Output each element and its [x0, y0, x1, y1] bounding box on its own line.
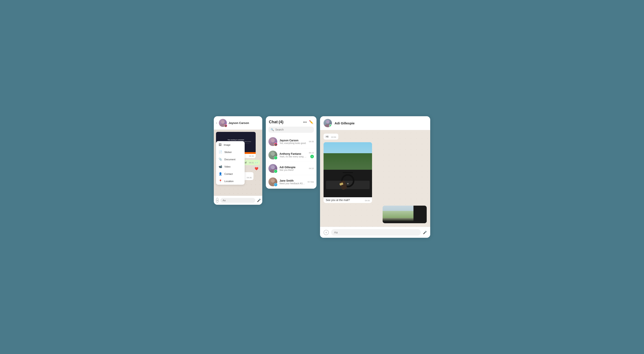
adi-meta: 04:10 [309, 167, 314, 170]
jane-platform-badge: ✈ [274, 183, 278, 186]
anthony-unread-badge: 1 [310, 155, 314, 158]
svg-point-4 [271, 152, 275, 156]
menu-label-sticker: Sticker [224, 151, 232, 154]
document-icon: 📎 [219, 158, 222, 161]
back-button[interactable]: ‹ [216, 121, 217, 125]
middle-panel: Chat (4) ••• ✏️ 🔍 [266, 116, 316, 189]
menu-item-contact[interactable]: 👤 Contact [216, 170, 245, 177]
adi-name: Adi Gillespie [280, 166, 306, 169]
middle-header: Chat (4) ••• ✏️ [266, 116, 316, 127]
chat-item-adi[interactable]: ✓ Adi Gillespie See you there! 04:10 [266, 162, 316, 175]
jane-time: 02 Sep [308, 181, 314, 183]
anthony-avatar-wrapper: ✓ [268, 151, 277, 159]
svg-point-6 [271, 165, 275, 169]
double-check-icon: ✓✓ [255, 162, 258, 164]
left-message-input[interactable] [220, 198, 255, 203]
chat-title-group: Chat (4) [269, 120, 284, 124]
anthony-preview: Yeah, it's like every song is a w... [280, 156, 306, 158]
adi-avatar-wrapper: ✓ [268, 164, 277, 173]
received-image-message: ★ See you at the mall? 04:00 [324, 142, 372, 203]
svg-point-0 [221, 120, 224, 124]
right-attach-button[interactable]: + [324, 230, 329, 235]
video-icon: 📹 [219, 165, 222, 168]
menu-item-location[interactable]: 📍 Location [216, 177, 245, 185]
svg-point-2 [271, 139, 275, 143]
jayson-avatar-wrapper: 📷 [268, 137, 277, 146]
attach-button[interactable]: + [216, 198, 219, 203]
anthony-name: Anthony Fantano [280, 152, 306, 156]
jayson-info: Jayson Carson Yes, everything looks good… [280, 139, 306, 144]
received-time-1: 09:35 [246, 177, 252, 179]
heart-reaction: ❤️ [254, 167, 258, 171]
received-hi-message: Hi 03:59 [324, 134, 338, 140]
left-input-area: + 🎤 [214, 196, 262, 205]
adi-platform-badge: ✓ [274, 170, 278, 173]
car-image: ★ [324, 142, 372, 197]
adi-time: 04:10 [309, 167, 314, 170]
more-icon[interactable]: ••• [303, 120, 307, 124]
image-icon: 🖼 [219, 143, 222, 146]
microphone-icon[interactable]: 🎤 [257, 198, 261, 202]
jane-name: Jane Smith [280, 179, 305, 182]
right-contact-avatar: ✓ [324, 119, 332, 127]
anthony-meta: 06:10 1 [309, 152, 314, 158]
contact-avatar-wrapper: 📷 [219, 119, 227, 127]
search-icon: 🔍 [271, 128, 274, 131]
menu-item-image[interactable]: 🖼 Image [216, 141, 245, 148]
svg-point-8 [271, 179, 275, 183]
sent-image-message [382, 206, 427, 223]
right-whatsapp-badge: ✓ [329, 124, 332, 127]
jayson-meta: 09:35 [309, 141, 314, 143]
svg-point-10 [326, 120, 330, 124]
jayson-platform-badge: 📷 [274, 143, 278, 146]
header-icons: ••• ✏️ [303, 120, 314, 124]
instagram-badge-icon: 📷 [224, 124, 227, 127]
menu-label-location: Location [224, 180, 234, 182]
left-panel: ‹ 📷 Jayson Carson This meeting is [214, 116, 262, 205]
sticker-icon: 📄 [219, 150, 222, 154]
anthony-platform-badge: ✓ [274, 156, 278, 160]
jane-info: Jane Smith Need your feedback ASAP. [280, 179, 305, 185]
jayson-preview: Yes, everything looks good. [280, 142, 306, 144]
right-contact-name: Adi Gillespie [334, 121, 354, 125]
anthony-time: 06:10 [309, 152, 314, 154]
right-microphone-icon[interactable]: 🎤 [423, 231, 427, 234]
jane-meta: 02 Sep [308, 181, 314, 183]
menu-label-image: Image [224, 144, 230, 146]
search-bar: 🔍 [268, 127, 314, 133]
car-caption: See you at the mall? [326, 198, 350, 202]
menu-label-document: Document [224, 158, 236, 161]
car-time: 04:00 [365, 199, 370, 202]
jane-avatar-wrapper: ✈ [268, 177, 277, 186]
image-time: 09:30 [249, 155, 254, 157]
right-header: ✓ Adi Gillespie [320, 116, 430, 130]
jane-preview: Need your feedback ASAP. [280, 182, 305, 185]
right-panel: ✓ Adi Gillespie Hi 03:59 [320, 116, 430, 238]
search-input[interactable] [275, 128, 312, 131]
right-chat-body: Hi 03:59 [320, 130, 430, 227]
car-message-text: See you at the mall? 04:00 [324, 197, 372, 203]
left-chat-body: This meeting is scheduled We will send a… [214, 130, 262, 196]
hi-time: 03:59 [331, 136, 336, 138]
menu-item-document[interactable]: 📎 Document [216, 156, 245, 163]
compose-icon[interactable]: ✏️ [309, 120, 314, 124]
attachment-menu: 🖼 Image 📄 Sticker 📎 Document 📹 Video 👤 [216, 141, 245, 185]
chat-item-jayson[interactable]: 📷 Jayson Carson Yes, everything looks go… [266, 135, 316, 148]
menu-item-video[interactable]: 📹 Video [216, 163, 245, 170]
menu-label-contact: Contact [224, 173, 233, 175]
jayson-name: Jayson Carson [280, 139, 306, 142]
right-message-input[interactable] [331, 229, 421, 236]
location-icon: 📍 [219, 179, 222, 183]
left-header: ‹ 📷 Jayson Carson [214, 116, 262, 130]
chat-item-anthony[interactable]: ✓ Anthony Fantano Yeah, it's like every … [266, 148, 316, 162]
jayson-time: 09:35 [309, 141, 314, 143]
adi-info: Adi Gillespie See you there! [280, 166, 306, 171]
adi-preview: See you there! [280, 169, 306, 171]
right-input-area: + 🎤 [320, 227, 430, 238]
contact-icon: 👤 [219, 172, 222, 176]
anthony-info: Anthony Fantano Yeah, it's like every so… [280, 152, 306, 158]
chat-item-jane[interactable]: ✈ Jane Smith Need your feedback ASAP. 02… [266, 175, 316, 189]
menu-item-sticker[interactable]: 📄 Sticker [216, 148, 245, 156]
sent-time-1: 09:31 [249, 162, 254, 164]
menu-label-video: Video [224, 165, 230, 168]
